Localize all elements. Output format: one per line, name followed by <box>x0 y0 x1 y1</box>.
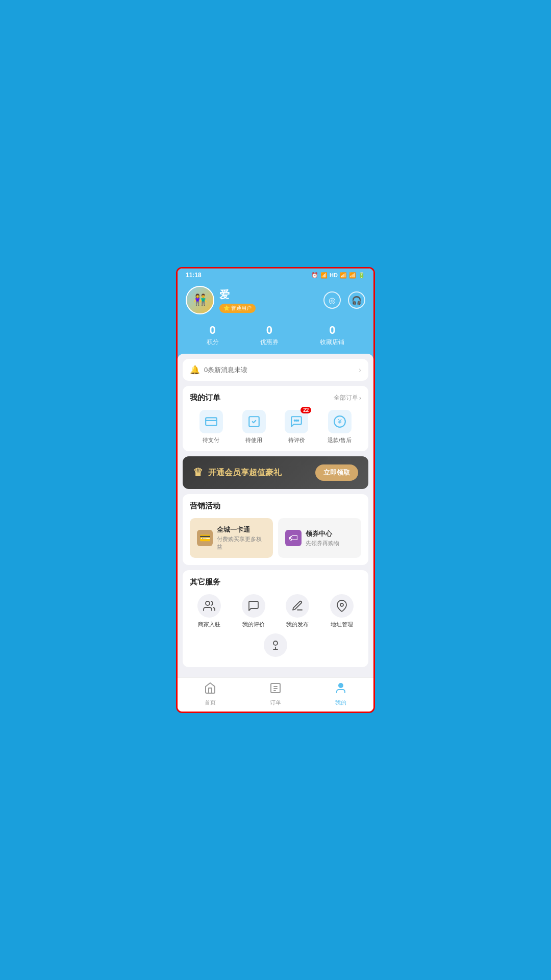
service-address[interactable]: 地址管理 <box>322 594 362 628</box>
marketing-card-citypass[interactable]: 💳 全城一卡通 付费购买享更多权益 <box>190 518 273 558</box>
service-profile[interactable] <box>264 633 287 660</box>
mypublish-icon <box>286 594 309 618</box>
svg-rect-0 <box>206 418 217 425</box>
crown-icon: ♛ <box>193 466 203 479</box>
service-mypublish[interactable]: 我的发布 <box>278 594 317 628</box>
vip-banner[interactable]: ♛ 开通会员享超值豪礼 立即领取 <box>183 456 368 489</box>
services-grid: 商家入驻 我的评价 我的发布 <box>190 594 361 628</box>
svg-point-4 <box>296 420 297 421</box>
orders-title: 我的订单 <box>190 393 220 403</box>
stat-points-label: 积分 <box>207 338 219 347</box>
signal-icon2: 📶 <box>349 272 356 279</box>
service-merchant[interactable]: 商家入驻 <box>190 594 229 628</box>
order-pending-use[interactable]: 待使用 <box>242 410 266 444</box>
alarm-icon: ⏰ <box>311 272 318 279</box>
scan-button[interactable]: ◎ <box>323 291 341 309</box>
vip-claim-button[interactable]: 立即领取 <box>315 464 358 481</box>
orders-section: 我的订单 全部订单 › 待支付 <box>183 386 368 451</box>
citypass-icon: 💳 <box>197 530 213 546</box>
myreview-label: 我的评价 <box>242 621 265 628</box>
refund-icon: ¥ <box>333 415 346 428</box>
vip-left: ♛ 开通会员享超值豪礼 <box>193 466 282 479</box>
pending-pay-label: 待支付 <box>203 436 219 444</box>
bell-icon: 🔔 <box>190 365 200 375</box>
nav-orders-label: 订单 <box>270 699 281 706</box>
phone-frame: 11:18 ⏰ 📶 HD 📶 📶 🔋 👫 爱 ⭐ 普通用户 <box>176 267 375 713</box>
pending-use-icon-box <box>242 410 266 433</box>
citypass-text: 全城一卡通 付费购买享更多权益 <box>217 525 266 551</box>
svg-point-3 <box>294 420 295 421</box>
mypublish-label: 我的发布 <box>286 621 309 628</box>
stat-favorites[interactable]: 0 收藏店铺 <box>320 324 344 347</box>
status-icons: ⏰ 📶 HD 📶 📶 🔋 <box>311 272 365 279</box>
orders-more-arrow: › <box>359 395 361 402</box>
pending-use-label: 待使用 <box>245 436 262 444</box>
notif-text: 0条新消息未读 <box>204 365 247 375</box>
pending-review-icon <box>290 415 303 428</box>
coupon-text: 领券中心 先领券再购物 <box>306 529 339 547</box>
order-pending-review[interactable]: 22 待评价 <box>285 410 308 444</box>
headphone-button[interactable]: 🎧 <box>348 291 365 309</box>
user-info: 爱 ⭐ 普通用户 <box>219 288 256 313</box>
marketing-section: 营销活动 💳 全城一卡通 付费购买享更多权益 🏷 领券中心 先领券再购物 <box>183 494 368 565</box>
stat-favorites-value: 0 <box>320 324 344 337</box>
svg-point-9 <box>340 603 343 606</box>
avatar[interactable]: 👫 <box>186 286 214 314</box>
svg-point-8 <box>206 601 210 605</box>
merchant-label: 商家入驻 <box>198 621 220 628</box>
status-bar: 11:18 ⏰ 📶 HD 📶 📶 🔋 <box>178 268 373 281</box>
badge-label: 普通用户 <box>231 305 252 312</box>
myreview-icon <box>242 594 265 618</box>
svg-text:¥: ¥ <box>337 418 342 425</box>
svg-point-5 <box>297 420 298 421</box>
header-icons: ◎ 🎧 <box>323 291 365 309</box>
headphone-icon: 🎧 <box>352 296 362 305</box>
pending-pay-icon <box>205 415 218 428</box>
orders-more[interactable]: 全部订单 › <box>334 394 361 402</box>
orders-more-label: 全部订单 <box>334 394 358 402</box>
other-services-header: 其它服务 <box>190 577 361 587</box>
nav-mine-label: 我的 <box>335 699 346 706</box>
coupon-subtitle: 先领券再购物 <box>306 540 339 547</box>
order-refund[interactable]: ¥ 退款/售后 <box>328 410 352 444</box>
stats-row: 0 积分 0 优惠券 0 收藏店铺 <box>186 324 365 347</box>
marketing-card-coupon[interactable]: 🏷 领券中心 先领券再购物 <box>278 518 361 558</box>
stat-coupons[interactable]: 0 优惠券 <box>260 324 279 347</box>
profile-icon <box>264 633 287 657</box>
pending-review-label: 待评价 <box>288 436 305 444</box>
notification-bar[interactable]: 🔔 0条新消息未读 › <box>183 359 368 381</box>
main-content: 🔔 0条新消息未读 › 我的订单 全部订单 › <box>178 354 373 677</box>
marketing-header: 营销活动 <box>190 501 361 511</box>
orders-header: 我的订单 全部订单 › <box>190 393 361 403</box>
header: 👫 爱 ⭐ 普通用户 ◎ 🎧 0 <box>178 281 373 359</box>
order-icons: 待支付 待使用 22 <box>190 410 361 444</box>
address-icon <box>330 594 354 618</box>
stat-favorites-label: 收藏店铺 <box>320 338 344 347</box>
orders-icon <box>269 682 282 697</box>
scan-icon: ◎ <box>329 296 336 305</box>
order-pending-pay[interactable]: 待支付 <box>199 410 223 444</box>
stat-coupons-value: 0 <box>260 324 279 337</box>
citypass-subtitle: 付费购买享更多权益 <box>217 535 266 551</box>
vip-text: 开通会员享超值豪礼 <box>208 468 282 478</box>
other-services-title: 其它服务 <box>190 577 220 587</box>
svg-point-10 <box>273 641 278 645</box>
extra-services <box>190 633 361 660</box>
user-name: 爱 <box>219 288 256 302</box>
merchant-icon <box>197 594 221 618</box>
mine-icon <box>335 682 347 697</box>
nav-mine[interactable]: 我的 <box>308 682 373 706</box>
battery-icon: 🔋 <box>358 272 365 279</box>
badge-star-icon: ⭐ <box>223 305 230 311</box>
notif-left: 🔔 0条新消息未读 <box>190 365 247 375</box>
stat-points[interactable]: 0 积分 <box>207 324 219 347</box>
marketing-title: 营销活动 <box>190 501 220 511</box>
nav-home[interactable]: 首页 <box>178 682 243 706</box>
home-icon <box>204 682 216 697</box>
marketing-grid: 💳 全城一卡通 付费购买享更多权益 🏷 领券中心 先领券再购物 <box>190 518 361 558</box>
pending-use-icon <box>247 415 261 428</box>
pending-pay-icon-box <box>199 410 223 433</box>
service-myreview[interactable]: 我的评价 <box>234 594 273 628</box>
stat-points-value: 0 <box>207 324 219 337</box>
nav-orders[interactable]: 订单 <box>243 682 308 706</box>
